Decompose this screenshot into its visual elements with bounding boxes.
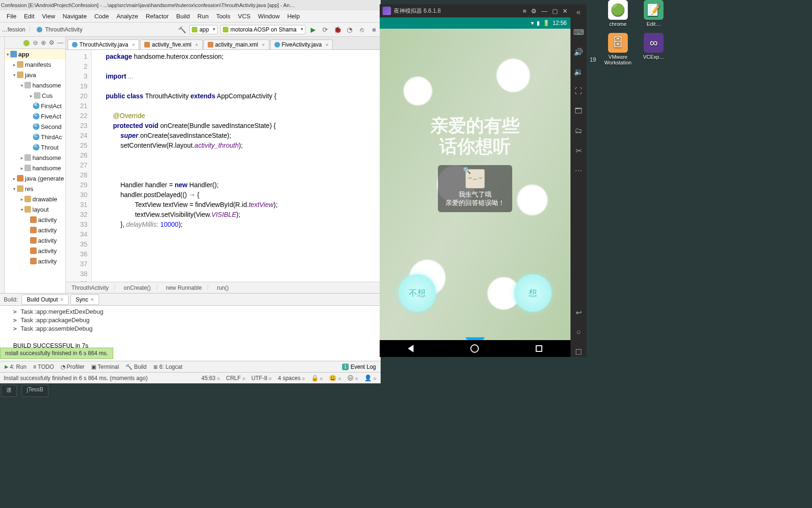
attach-icon[interactable]: ⎋ (357, 25, 367, 34)
status-line-ending[interactable]: CRLF (226, 375, 246, 381)
toolwin-logcat[interactable]: ≣ 6: Logcat (153, 364, 182, 370)
android-nav-bar[interactable] (380, 340, 570, 357)
tree-manifests[interactable]: ▸manifests (5, 59, 65, 70)
volume-up-icon[interactable]: 🔊 (573, 47, 584, 57)
crumb-project[interactable]: …fession (2, 26, 25, 33)
close-icon[interactable]: × (132, 42, 135, 48)
tree-app-module[interactable]: ▾app (5, 49, 65, 59)
tree-layout[interactable]: ▾layout (5, 204, 65, 214)
back-button[interactable] (408, 345, 414, 352)
tree-thirdactivity[interactable]: ThirdAc (5, 132, 65, 142)
status-indent[interactable]: 4 spaces (278, 375, 305, 381)
fullscreen-icon[interactable]: ⛶ (573, 86, 584, 96)
profile-icon[interactable]: ◔ (345, 25, 354, 34)
project-tree-panel[interactable]: ⬤ ⊖ ⊕ ⚙ — ▾app ▸manifests ▾java ▾handsom… (5, 37, 66, 293)
tab-activity-five[interactable]: activity_five.xml× (140, 40, 202, 49)
tree-pkg[interactable]: ▾handsome (5, 80, 65, 90)
menu-vcs[interactable]: VCS (235, 12, 253, 21)
status-caret-pos[interactable]: 45:63 (201, 375, 220, 381)
maximize-icon[interactable]: ▢ (552, 8, 558, 15)
rotate-icon[interactable]: 🗔 (573, 106, 584, 116)
crumb-class[interactable]: ThrouthActivity (45, 26, 82, 33)
screenshot-icon[interactable]: 🗂 (573, 126, 584, 136)
close-icon[interactable]: × (326, 42, 328, 48)
tab-activity-main[interactable]: activity_main.xml× (203, 40, 269, 49)
no-button[interactable]: 不想 (398, 274, 436, 312)
menu-navigate[interactable]: Navigate (60, 12, 89, 21)
collapse-icon[interactable]: ⊖ (33, 39, 38, 46)
menu-run[interactable]: Run (195, 12, 211, 21)
sad-icon[interactable]: ☹ (347, 374, 359, 381)
settings-icon[interactable]: ⚙ (49, 39, 55, 46)
toolwin-profiler[interactable]: ◔ Profiler (61, 364, 85, 370)
tree-xml-c[interactable]: activity (5, 235, 65, 246)
tree-drawable[interactable]: ▸drawable (5, 194, 65, 204)
build-tab-output[interactable]: Build Output× (22, 294, 69, 305)
crumb-method[interactable]: onCreate() (124, 285, 150, 291)
emulator-titlebar[interactable]: 夜神模拟器 6.6.1.8 ≡ ⚙ — ▢ ✕ (380, 4, 570, 17)
desktop-icon-vcexpress[interactable]: ∞ VCExp… (637, 33, 670, 60)
app-screen[interactable]: 亲爱的有些 话你想听 🔍 我生气了哦 亲爱的回答错误呦！ 不想 想 (380, 29, 570, 340)
side-back-icon[interactable]: ↩ (573, 307, 584, 318)
tree-generated[interactable]: ▸java (generate (5, 173, 65, 183)
build-panel-tabs[interactable]: Build: Build Output× Sync× (0, 293, 381, 305)
home-button[interactable] (470, 344, 479, 353)
side-recents-icon[interactable]: ☐ (573, 347, 584, 357)
taskbar-buttons[interactable]: 速 jTessB (0, 385, 48, 397)
breadcrumb[interactable]: …fession 〉 ThrouthActivity (2, 25, 82, 33)
close-icon[interactable]: × (60, 296, 63, 303)
close-icon[interactable]: ✕ (562, 8, 568, 15)
desktop-icon-vmware[interactable]: 🗄 VMware Workstation (601, 33, 634, 65)
tree-java[interactable]: ▾java (5, 70, 65, 80)
toolwin-terminal[interactable]: ▣ Terminal (91, 364, 119, 370)
tree-cus[interactable]: ▸Cus (5, 90, 65, 101)
tree-firstactivity[interactable]: FirstAct (5, 101, 65, 111)
taskbar-item-b[interactable]: jTessB (22, 385, 48, 397)
android-view-icon[interactable]: ⬤ (23, 39, 30, 46)
hector-icon[interactable]: 👤 (364, 374, 377, 381)
tree-secondactivity[interactable]: Second (5, 121, 65, 132)
tree-res[interactable]: ▾res (5, 183, 65, 194)
emulator-side-toolbar[interactable]: « ⌨ 🔊 🔉 ⛶ 🗔 🗂 ✂ ⋯ ↩ ○ ☐ (570, 4, 586, 357)
tab-throuthactivity[interactable]: ThrouthActivity.java× (68, 40, 139, 49)
stop-icon[interactable]: ■ (369, 25, 379, 34)
lock-icon[interactable]: 🔒 (311, 374, 324, 381)
menu-view[interactable]: View (39, 12, 58, 21)
keyboard-icon[interactable]: ⌨ (573, 27, 584, 37)
taskbar-item-a[interactable]: 速 (1, 385, 17, 397)
run-icon[interactable]: ▶ (308, 25, 318, 34)
expand-icon[interactable]: ⊕ (41, 39, 46, 46)
make-project-icon[interactable]: 🔨 (177, 25, 187, 34)
menu-code[interactable]: Code (92, 12, 112, 21)
tree-xml-b[interactable]: activity (5, 225, 65, 235)
menu-icon[interactable]: ≡ (523, 8, 526, 15)
more-icon[interactable]: ⋯ (573, 165, 584, 175)
tree-xml-a[interactable]: activity (5, 214, 65, 225)
crumb-run[interactable]: run() (217, 285, 228, 291)
recents-button[interactable] (536, 345, 542, 352)
close-icon[interactable]: × (91, 296, 94, 303)
tool-window-bar[interactable]: 4: Run ≡ TODO ◔ Profiler ▣ Terminal 🔨 Bu… (0, 361, 381, 372)
close-icon[interactable]: × (262, 42, 265, 48)
desktop-icon-chrome[interactable]: 🟢 chrome (601, 0, 634, 27)
tree-fiveactivity[interactable]: FiveAct (5, 111, 65, 121)
volume-down-icon[interactable]: 🔉 (573, 66, 584, 77)
toolwin-build[interactable]: 🔨 Build (125, 364, 147, 370)
editor-tabs[interactable]: ThrouthActivity.java× activity_five.xml×… (66, 37, 381, 50)
scissors-icon[interactable]: ✂ (573, 145, 584, 156)
run-config-dropdown[interactable]: app (189, 25, 218, 34)
project-tree-toolbar[interactable]: ⬤ ⊖ ⊕ ⚙ — (5, 37, 65, 49)
apply-changes-icon[interactable]: ⟳ (320, 25, 330, 34)
status-encoding[interactable]: UTF-8 (251, 375, 273, 381)
minimize-icon[interactable]: — (541, 8, 547, 15)
code-editor[interactable]: 1 2 3 19 20 21 22 23 24 25 26 27 28 29 3… (66, 50, 381, 282)
tree-throuthactivity[interactable]: Throut (5, 142, 65, 152)
toolwin-todo[interactable]: ≡ TODO (33, 364, 54, 370)
menu-refactor[interactable]: Refactor (143, 12, 172, 21)
toolwin-run[interactable]: 4: Run (5, 364, 26, 370)
tab-fiveactivity[interactable]: FiveActivity.java× (270, 40, 333, 49)
tree-pkg-androidtest[interactable]: ▸handsome (5, 163, 65, 173)
collapse-icon[interactable]: « (573, 7, 584, 17)
side-home-icon[interactable]: ○ (573, 327, 584, 337)
debug-icon[interactable]: 🐞 (333, 25, 342, 34)
